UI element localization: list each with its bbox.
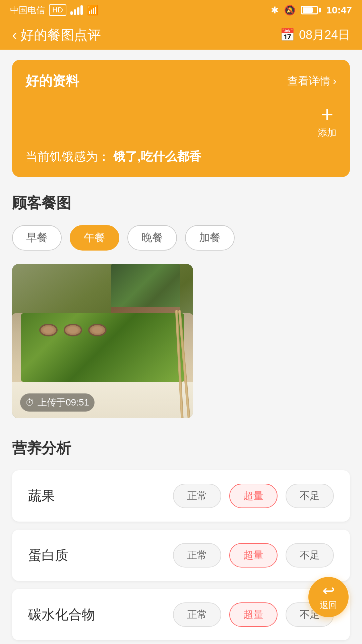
nav-title: 好的餐图点评 — [20, 26, 101, 44]
nav-date: 📅 08月24日 — [280, 27, 350, 43]
upload-time: ⏱ 上传于09:51 — [20, 393, 95, 412]
calendar-icon: 📅 — [280, 28, 295, 42]
status-excess-carbs[interactable]: 超量 — [229, 602, 278, 627]
nutrition-status-carbs: 正常 超量 不足 — [173, 602, 334, 627]
clock-display: 10:47 — [326, 4, 352, 16]
bluetooth-icon: ✱ — [271, 5, 279, 16]
tab-snack[interactable]: 加餐 — [185, 225, 235, 251]
undo-icon: ↩ — [322, 583, 335, 598]
nutrition-name-vegetables: 蔬果 — [28, 487, 55, 505]
main-content: 好的资料 查看详情 › + 添加 当前饥饿感为： 饿了,吃什么都香 顾客餐图 早… — [0, 50, 362, 644]
floating-back-button[interactable]: ↩ 返回 — [308, 577, 349, 617]
nutrition-card-vegetables: 蔬果 正常 超量 不足 — [12, 470, 350, 522]
battery-icon — [301, 6, 321, 14]
status-insufficient-veg[interactable]: 不足 — [286, 484, 334, 508]
tab-lunch[interactable]: 午餐 — [70, 225, 119, 251]
add-label: 添加 — [318, 126, 337, 139]
status-right: ✱ 🔕 10:47 — [271, 4, 352, 16]
profile-card-middle: + 添加 — [25, 104, 337, 139]
hunger-value: 饿了,吃什么都香 — [113, 150, 201, 163]
view-detail-button[interactable]: 查看详情 › — [287, 74, 337, 89]
meal-tabs: 早餐 午餐 晚餐 加餐 — [12, 225, 350, 251]
hunger-label: 当前饥饿感为： — [25, 150, 110, 163]
nutrition-name-protein: 蛋白质 — [28, 546, 68, 565]
hd-badge: HD — [49, 4, 66, 16]
signal-icon — [70, 5, 83, 15]
carrier-label: 中国电信 — [10, 4, 45, 16]
nutrition-section: 营养分析 蔬果 正常 超量 不足 蛋白质 正常 超量 不足 碳水化合物 正常 超 — [12, 438, 350, 640]
tab-dinner[interactable]: 晚餐 — [127, 225, 177, 251]
tab-breakfast[interactable]: 早餐 — [12, 225, 62, 251]
hunger-info: 当前饥饿感为： 饿了,吃什么都香 — [25, 149, 337, 165]
profile-card: 好的资料 查看详情 › + 添加 当前饥饿感为： 饿了,吃什么都香 — [12, 60, 350, 177]
plus-icon: + — [321, 104, 333, 125]
mute-icon: 🔕 — [284, 5, 296, 16]
profile-title: 好的资料 — [25, 72, 79, 90]
chevron-right-icon: › — [333, 75, 337, 87]
status-bar: 中国电信 HD 📶 ✱ 🔕 10:47 — [0, 0, 362, 20]
nutrition-title: 营养分析 — [12, 438, 350, 458]
top-nav: ‹ 好的餐图点评 📅 08月24日 — [0, 20, 362, 50]
customer-meal-title: 顾客餐图 — [12, 193, 350, 213]
food-image[interactable]: ⏱ 上传于09:51 — [12, 264, 193, 418]
status-normal-carbs[interactable]: 正常 — [173, 602, 221, 627]
customer-meal-section: 顾客餐图 早餐 午餐 晚餐 加餐 — [12, 193, 350, 418]
view-detail-label: 查看详情 — [287, 74, 330, 89]
status-excess-veg[interactable]: 超量 — [229, 484, 278, 508]
nutrition-card-protein: 蛋白质 正常 超量 不足 — [12, 530, 350, 581]
back-button[interactable]: ‹ 好的餐图点评 — [12, 26, 101, 44]
nutrition-status-protein: 正常 超量 不足 — [173, 543, 334, 568]
floating-back-label: 返回 — [320, 599, 337, 611]
clock-icon: ⏱ — [25, 397, 34, 408]
status-left: 中国电信 HD 📶 — [10, 4, 99, 16]
wifi-icon: 📶 — [87, 5, 99, 16]
status-insufficient-protein[interactable]: 不足 — [286, 543, 334, 568]
status-normal-veg[interactable]: 正常 — [173, 484, 221, 508]
food-slices — [39, 324, 107, 336]
nutrition-card-carbs: 碳水化合物 正常 超量 不足 — [12, 589, 350, 640]
nutrition-name-carbs: 碳水化合物 — [28, 605, 95, 624]
profile-card-top: 好的资料 查看详情 › — [25, 72, 337, 90]
status-normal-protein[interactable]: 正常 — [173, 543, 221, 568]
upload-time-label: 上传于09:51 — [38, 396, 89, 409]
back-arrow-icon: ‹ — [12, 26, 17, 43]
add-button[interactable]: + 添加 — [318, 104, 337, 139]
date-label: 08月24日 — [299, 27, 350, 43]
nutrition-status-vegetables: 正常 超量 不足 — [173, 484, 334, 508]
status-excess-protein[interactable]: 超量 — [229, 543, 278, 568]
